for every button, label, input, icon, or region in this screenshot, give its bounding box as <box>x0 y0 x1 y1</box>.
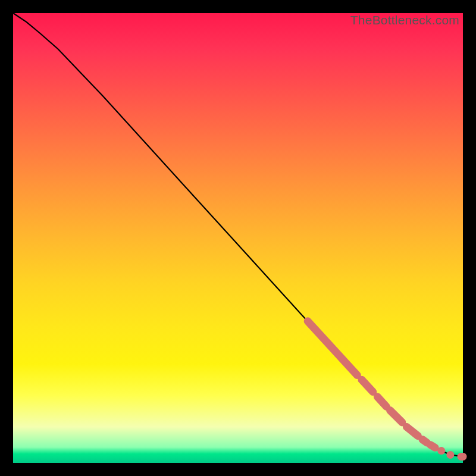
marker-group <box>308 321 466 461</box>
marker-segment <box>431 445 436 448</box>
marker-segment <box>308 321 357 375</box>
marker-segment <box>377 397 386 407</box>
plot-area: TheBottleneck.com <box>13 13 463 463</box>
chart-stage: TheBottleneck.com <box>0 0 476 476</box>
marker-dot <box>459 453 467 461</box>
marker-segment <box>422 440 427 443</box>
marker-dot <box>437 447 445 455</box>
curve-line <box>13 13 463 456</box>
marker-dot <box>446 451 454 459</box>
marker-segment <box>362 380 373 392</box>
chart-svg <box>13 13 463 463</box>
marker-segment <box>390 411 402 422</box>
marker-segment <box>407 427 418 436</box>
